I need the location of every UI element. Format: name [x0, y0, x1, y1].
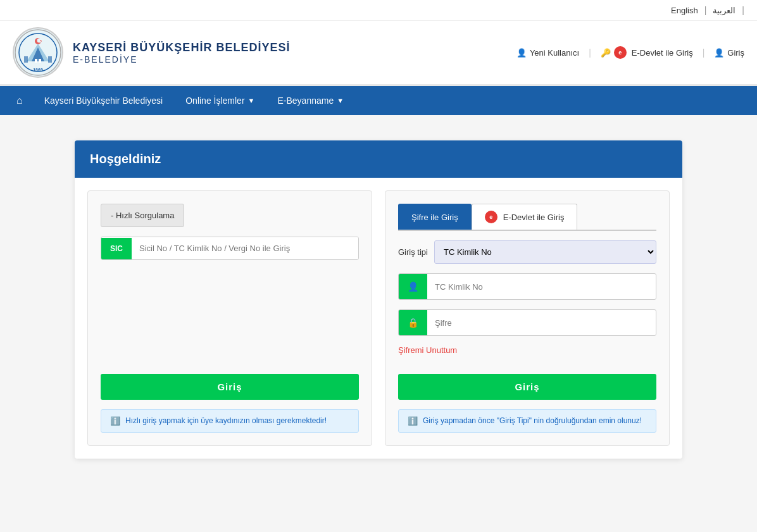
nav-online-islemler[interactable]: Online İşlemler ▼ [174, 87, 266, 114]
sifre-tab[interactable]: Şifre ile Giriş [398, 204, 472, 230]
nav-ebeyanname-label: E-Beyanname [277, 96, 334, 106]
svg-rect-5 [48, 56, 52, 63]
sifre-field-row: 🔒 [398, 309, 656, 336]
city-name: KAYSERİ BÜYÜKŞEHİR BELEDİYESİ [73, 41, 290, 54]
top-language-bar: English | العربية | [0, 0, 757, 21]
quick-giris-label: Giriş [217, 381, 242, 392]
person-icon: 👤 [714, 48, 724, 58]
separator3: | [589, 47, 591, 58]
sifre-badge: 🔒 [399, 310, 427, 335]
nav-kayseri-label: Kayseri Büyükşehir Belediyesi [44, 96, 163, 106]
search-input[interactable] [132, 237, 358, 259]
edevlet-logo-tab: e [485, 211, 497, 223]
search-badge-text: SIC [110, 244, 123, 253]
edevlet-tab-label: E-Devlet ile Giriş [503, 213, 565, 222]
login-link-header[interactable]: 👤 Giriş [714, 48, 744, 58]
nav-ebeyanname[interactable]: E-Beyanname ▼ [266, 87, 355, 114]
forgot-password-link[interactable]: Şifremi Unuttum [398, 345, 656, 355]
quick-giris-button[interactable]: Giriş [101, 374, 359, 400]
separator2: | [742, 5, 744, 15]
header-title: KAYSERİ BÜYÜKŞEHİR BELEDİYESİ E-BELEDİYE [73, 41, 290, 65]
welcome-title: Hoşgeldiniz [90, 152, 161, 166]
quick-info-text: Hızlı giriş yapmak için üye kaydınızın o… [125, 416, 327, 425]
welcome-card: Hoşgeldiniz - Hızlı Sorgulama SIC Giriş [75, 140, 682, 459]
tc-input[interactable] [427, 276, 656, 298]
login-tabs: Şifre ile Giriş e E-Devlet ile Giriş [398, 204, 656, 231]
svg-rect-4 [24, 56, 28, 63]
giris-tipi-select[interactable]: TC Kimlik No Vergi No Sicil No [434, 240, 656, 264]
login-info-text: Giriş yapmadan önce "Giriş Tipi" nin doğ… [423, 416, 642, 425]
site-header: 1869 KAYSERİ BÜYÜKŞEHİR BELEDİYESİ E-BEL… [0, 21, 757, 86]
svg-rect-7 [39, 59, 41, 63]
login-giris-button[interactable]: Giriş [398, 374, 656, 400]
giris-tipi-row: Giriş tipi TC Kimlik No Vergi No Sicil N… [398, 240, 656, 264]
tc-field-row: 👤 [398, 273, 656, 300]
edevlet-icon-header: 🔑 [601, 48, 611, 58]
giris-tipi-label: Giriş tipi [398, 247, 428, 257]
separator4: | [703, 47, 705, 58]
login-info-box: ℹ️ Giriş yapmadan önce "Giriş Tipi" nin … [398, 409, 656, 433]
sifre-tab-label: Şifre ile Giriş [411, 213, 458, 222]
welcome-body: - Hızlı Sorgulama SIC Giriş ℹ️ Hızlı gir… [75, 178, 682, 459]
sifre-input[interactable] [427, 312, 656, 334]
arabic-link[interactable]: العربية [713, 6, 735, 15]
spacer-left [101, 269, 359, 364]
nav-kayseri[interactable]: Kayseri Büyükşehir Belediyesi [33, 87, 175, 114]
ebeyanname-arrow-icon: ▼ [337, 97, 344, 104]
login-giris-label: Giriş [515, 381, 539, 392]
person-icon-tc: 👤 [408, 281, 418, 292]
tc-badge: 👤 [399, 274, 427, 299]
welcome-header: Hoşgeldiniz [75, 140, 682, 178]
info-icon-left: ℹ️ [110, 416, 120, 426]
search-row: SIC [101, 237, 359, 260]
quick-query-label: - Hızlı Sorgulama [111, 211, 174, 220]
quick-search-panel: - Hızlı Sorgulama SIC Giriş ℹ️ Hızlı gir… [87, 190, 372, 446]
online-arrow-icon: ▼ [248, 97, 255, 104]
logo: 1869 [13, 27, 63, 78]
info-icon-right: ℹ️ [408, 416, 418, 426]
main-content: Hoşgeldiniz - Hızlı Sorgulama SIC Giriş [62, 140, 695, 459]
header-right: 👤 Yeni Kullanıcı | 🔑 e E-Devlet ile Giri… [516, 46, 744, 59]
header-left: 1869 KAYSERİ BÜYÜKŞEHİR BELEDİYESİ E-BEL… [13, 27, 290, 78]
svg-rect-6 [35, 59, 37, 63]
forgot-label: Şifremi Unuttum [398, 345, 457, 355]
login-panel: Şifre ile Giriş e E-Devlet ile Giriş Gir… [385, 190, 670, 446]
quick-info-box: ℹ️ Hızlı giriş yapmak için üye kaydınızı… [101, 409, 359, 433]
edevlet-login-link[interactable]: 🔑 e E-Devlet ile Giriş [601, 46, 693, 59]
main-navbar: ⌂ Kayseri Büyükşehir Belediyesi Online İ… [0, 86, 757, 115]
home-button[interactable]: ⌂ [6, 86, 33, 115]
user-icon: 👤 [516, 48, 527, 58]
nav-online-label: Online İşlemler [185, 96, 244, 106]
search-badge: SIC [101, 238, 132, 259]
lock-icon: 🔒 [408, 318, 418, 328]
quick-query-tab: - Hızlı Sorgulama [101, 204, 184, 227]
sub-name: E-BELEDİYE [73, 54, 290, 65]
edevlet-tab[interactable]: e E-Devlet ile Giriş [472, 204, 578, 230]
home-icon: ⌂ [16, 95, 23, 106]
svg-text:1869: 1869 [33, 68, 43, 72]
separator1: | [704, 5, 707, 15]
new-user-link[interactable]: 👤 Yeni Kullanıcı [516, 48, 579, 58]
edevlet-logo-header: e [614, 46, 627, 59]
english-link[interactable]: English [671, 6, 698, 15]
